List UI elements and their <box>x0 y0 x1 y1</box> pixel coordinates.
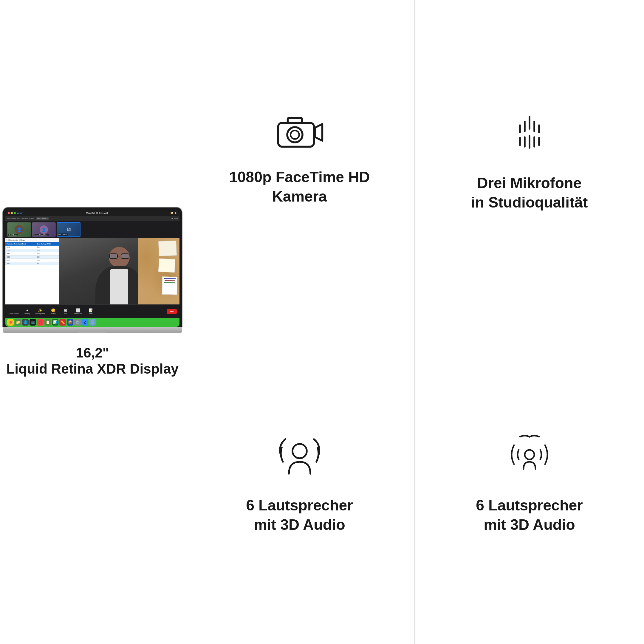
zoom-ui: zoom Mon Oct 30 9:41 AM 📶 🔋 <box>5 210 179 327</box>
svg-point-1 <box>287 127 302 142</box>
laptop-base <box>3 327 182 333</box>
video-feed <box>59 238 179 304</box>
display-size: 16,2" <box>6 345 179 361</box>
cork-board <box>138 238 179 304</box>
table-row: 3562891 <box>6 262 59 265</box>
close-button[interactable] <box>8 212 10 214</box>
participant-david[interactable]: 👤 David Beau... <box>7 222 31 237</box>
dock-icon-files[interactable]: 📁 <box>15 319 21 326</box>
dock-icon-zoom[interactable]: Z <box>82 319 88 326</box>
dock-icon-appstore[interactable]: 📦 <box>67 319 73 326</box>
feature-camera-cell: 1080p FaceTime HD Kamera <box>185 0 414 322</box>
camera-icon <box>276 116 323 153</box>
microphone-icon <box>512 110 547 159</box>
table-row: 3143786 <box>6 246 59 249</box>
share-screen-button[interactable]: ↑ Share Screen <box>8 308 21 315</box>
participant-name-david: David Beau... <box>8 234 18 236</box>
table-row: 3300825 <box>6 259 59 262</box>
minimize-button[interactable] <box>11 212 13 214</box>
laptop-hinge <box>78 330 107 333</box>
features-grid: 1080p FaceTime HD Kamera <box>185 0 644 644</box>
participant-name-ivan: Ivan Fuentes <box>58 233 68 236</box>
display-caption: 16,2" Liquid Retina XDR Display <box>6 345 179 377</box>
main-content-area: 💬 Comments ↑ Share Projected Reduction (… <box>5 238 179 304</box>
spreadsheet-table: Projected Reduction (Tons) Cost Savings … <box>5 242 59 265</box>
feature-center-stage-cell: 6 Lautsprecher mit 3D Audio <box>185 322 414 644</box>
laptop-section: zoom Mon Oct 30 9:41 AM 📶 🔋 <box>0 0 185 644</box>
speaker-feature-title: 6 Lautsprecher mit 3D Audio <box>476 496 583 535</box>
zoom-participants: 👤 David Beau... 👤 Carmen Sharafeldeen <box>5 221 179 238</box>
apps-button[interactable]: ⊞ Apps <box>60 308 72 315</box>
dock-icon-appletv[interactable]: 📺 <box>30 319 36 326</box>
svg-point-2 <box>290 130 299 139</box>
laptop-notch <box>83 208 101 210</box>
table-row: 3352838 <box>6 256 59 259</box>
menubar-right: 📶 🔋 <box>171 212 177 214</box>
reactions-button[interactable]: 😊 Reactions <box>47 308 59 315</box>
dock-icon-settings[interactable]: ⚙️ <box>74 319 81 326</box>
traffic-lights <box>8 212 16 214</box>
display-type: Liquid Retina XDR Display <box>6 361 179 377</box>
dock-icon-safari[interactable]: 🌐 <box>22 319 29 326</box>
ai-companion-button[interactable]: ✨ AI Companion <box>34 308 47 315</box>
summary-button[interactable]: ✦ Summary <box>21 308 33 315</box>
menubar-time: Mon Oct 30 9:41 AM <box>86 212 108 214</box>
col-header-1: Projected Reduction (Tons) <box>6 242 36 246</box>
microphone-feature-title: Drei Mikrofone in Studioqualität <box>471 174 588 212</box>
viewing-label: are viewing Ivan Fuentes's screen <box>7 218 34 219</box>
view-label: 👁 View <box>171 218 178 219</box>
participant-ivan[interactable]: 🖥 Ivan Fuentes <box>57 222 81 237</box>
laptop-screen-outer: zoom Mon Oct 30 9:41 AM 📶 🔋 <box>3 208 182 327</box>
center-stage-icon <box>276 432 323 481</box>
zoom-toolbar: are viewing Ivan Fuentes's screen View O… <box>5 216 179 221</box>
dock-icon-finder[interactable]: 🐙 <box>7 319 14 326</box>
whiteboards-button[interactable]: ⬜ Whiteboards <box>72 308 84 315</box>
feature-speaker-cell: 6 Lautsprecher mit 3D Audio <box>414 322 644 644</box>
dock-icon-music[interactable]: 🎵 <box>37 319 44 326</box>
speaker-icon <box>506 432 553 481</box>
laptop-wrapper: zoom Mon Oct 30 9:41 AM 📶 🔋 <box>3 208 182 333</box>
svg-point-14 <box>525 450 534 459</box>
spreadsheet-panel: 💬 Comments ↑ Share Projected Reduction (… <box>5 238 59 304</box>
svg-point-13 <box>292 444 307 458</box>
dock-icon-notes[interactable]: 📋 <box>44 319 51 326</box>
table-row: 2881720 <box>6 252 59 256</box>
col-header-2: Cost Savings (USD) <box>36 242 59 246</box>
spreadsheet-toolbar: 💬 Comments ↑ Share <box>5 238 59 242</box>
camera-feature-title: 1080p FaceTime HD Kamera <box>229 168 370 206</box>
zoom-logo: zoom <box>17 212 23 214</box>
zoom-bottom-bar: ↑ Share Screen ✦ Summary ✨ AI Companion <box>5 304 179 318</box>
feature-microphone-cell: Drei Mikrofone in Studioqualität <box>414 0 644 322</box>
mac-dock: 🐙 📁 🌐 📺 🎵 📋 📊 ✏️ 📦 ⚙️ Z 🗑️ <box>5 318 179 327</box>
table-row: 2706676 <box>6 249 59 252</box>
participant-name-carmen: Carmen Sharafeldeen <box>33 234 49 236</box>
notes-button[interactable]: 📝 Notes <box>85 308 97 315</box>
laptop-screen-inner: zoom Mon Oct 30 9:41 AM 📶 🔋 <box>5 210 179 327</box>
dock-icon-trash[interactable]: 🗑️ <box>89 319 96 326</box>
end-meeting-button[interactable]: End <box>167 309 177 314</box>
dock-icon-numbers[interactable]: 📊 <box>52 319 58 326</box>
center-stage-feature-title: 6 Lautsprecher mit 3D Audio <box>246 496 353 535</box>
page-layout: zoom Mon Oct 30 9:41 AM 📶 🔋 <box>0 0 644 644</box>
participant-carmen[interactable]: 👤 Carmen Sharafeldeen <box>32 222 56 237</box>
fullscreen-button[interactable] <box>14 212 16 214</box>
dock-icon-pencil[interactable]: ✏️ <box>59 319 66 326</box>
zoom-menubar: zoom Mon Oct 30 9:41 AM 📶 🔋 <box>5 210 179 216</box>
view-options-button[interactable]: View Options ▼ <box>36 217 49 220</box>
